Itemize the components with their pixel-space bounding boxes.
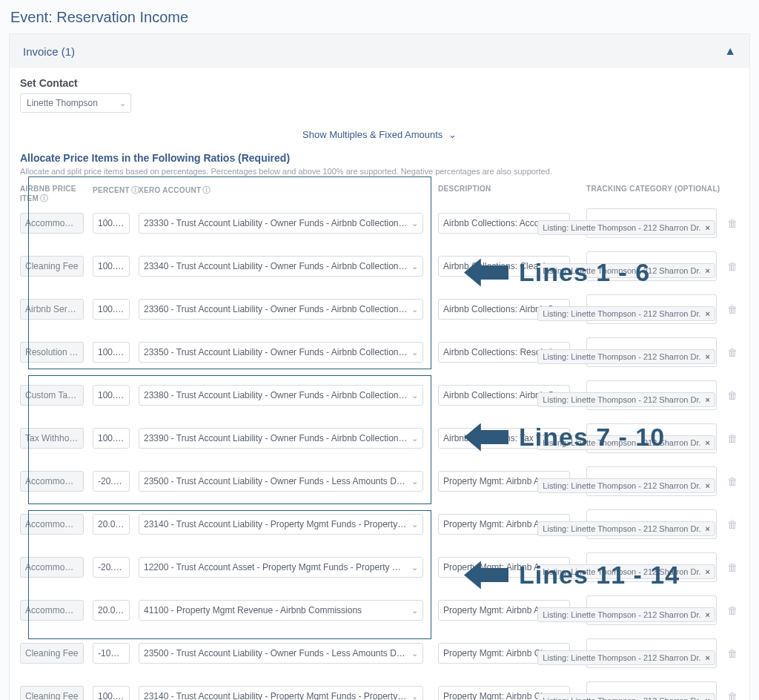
chevron-down-icon: ⌄ <box>411 477 418 486</box>
remove-tag-icon[interactable]: × <box>706 395 710 404</box>
invoice-panel-header[interactable]: Invoice (1) ▲ <box>10 34 749 68</box>
trash-icon[interactable]: 🗑 <box>727 690 738 700</box>
trash-icon[interactable]: 🗑 <box>727 604 738 616</box>
price-item-field: Cleaning Fee <box>20 643 84 664</box>
percent-input[interactable]: 100.00% <box>93 385 130 406</box>
trash-icon[interactable]: 🗑 <box>727 260 738 272</box>
remove-tag-icon[interactable]: × <box>706 524 710 533</box>
chevron-up-icon: ▲ <box>724 44 736 58</box>
xero-account-select[interactable]: 23340 - Trust Account Liability - Owner … <box>139 256 423 277</box>
trash-icon[interactable]: 🗑 <box>727 647 738 659</box>
percent-input[interactable]: 20.00 % <box>93 514 130 535</box>
invoice-panel: Invoice (1) ▲ Set Contact Linette Thomps… <box>9 33 750 700</box>
trash-icon[interactable]: 🗑 <box>727 561 738 573</box>
allocation-row: Accommodation100.00%23330 - Trust Accoun… <box>20 208 739 238</box>
price-item-field: Airbnb Service Fee <box>20 299 84 320</box>
percent-input[interactable]: 20.00 % <box>93 600 130 621</box>
tracking-tag: Listing: Linette Thompson - 212 Sharron … <box>537 564 715 579</box>
allocation-row: Custom Taxes100.00%23380 - Trust Account… <box>20 380 739 410</box>
allocation-row: Tax Withholding100.00%23390 - Trust Acco… <box>20 423 739 453</box>
percent-input[interactable]: 100.00% <box>93 342 130 363</box>
price-item-field: Accommodation <box>20 514 84 535</box>
show-multiples-link[interactable]: Show Multiples & Fixed Amounts ⌄ <box>20 129 739 140</box>
help-icon[interactable]: ⓘ <box>202 185 211 194</box>
allocate-hint: Allocate and split price items based on … <box>20 167 739 176</box>
percent-input[interactable]: -100.00% <box>93 643 130 664</box>
remove-tag-icon[interactable]: × <box>706 696 710 700</box>
trash-icon[interactable]: 🗑 <box>727 346 738 358</box>
event-title: Event: Reservation Income <box>10 9 750 26</box>
allocation-row: Airbnb Service Fee100.00%23360 - Trust A… <box>20 294 739 324</box>
tracking-tag: Listing: Linette Thompson - 212 Sharron … <box>537 478 715 493</box>
tracking-tag: Listing: Linette Thompson - 212 Sharron … <box>537 392 715 407</box>
remove-tag-icon[interactable]: × <box>706 567 710 576</box>
allocation-row: Accommodation-20.00%12200 - Trust Accoun… <box>20 552 739 582</box>
remove-tag-icon[interactable]: × <box>706 481 710 490</box>
percent-input[interactable]: 100.00% <box>93 299 130 320</box>
contact-select[interactable]: Linette Thompson ⌄ <box>20 93 131 113</box>
remove-tag-icon[interactable]: × <box>706 266 710 275</box>
xero-account-select[interactable]: 23500 - Trust Account Liability - Owner … <box>139 471 423 492</box>
trash-icon[interactable]: 🗑 <box>727 432 738 444</box>
price-item-field: Cleaning Fee <box>20 256 84 277</box>
remove-tag-icon[interactable]: × <box>706 223 710 232</box>
chevron-down-icon: ⌄ <box>411 434 418 443</box>
tracking-tag: Listing: Linette Thompson - 212 Sharron … <box>537 349 715 364</box>
chevron-down-icon: ⌄ <box>411 305 418 314</box>
allocate-title: Allocate Price Items in the Following Ra… <box>20 152 739 164</box>
tracking-tag: Listing: Linette Thompson - 212 Sharron … <box>537 607 715 622</box>
allocation-row: Accommodation20.00 %41100 - Property Mgm… <box>20 595 739 625</box>
show-multiples-label: Show Multiples & Fixed Amounts <box>302 129 443 140</box>
trash-icon[interactable]: 🗑 <box>727 518 738 530</box>
price-item-field: Accommodation <box>20 471 84 492</box>
remove-tag-icon[interactable]: × <box>706 610 710 619</box>
trash-icon[interactable]: 🗑 <box>727 475 738 487</box>
trash-icon[interactable]: 🗑 <box>727 389 738 401</box>
xero-account-select[interactable]: 12200 - Trust Account Asset - Property M… <box>139 557 423 578</box>
remove-tag-icon[interactable]: × <box>706 309 710 318</box>
chevron-down-icon: ⌄ <box>411 563 418 572</box>
header-xero: XERO ACCOUNT <box>139 186 201 194</box>
price-item-field: Resolution Adjustment <box>20 342 84 363</box>
tracking-tag: Listing: Linette Thompson - 212 Sharron … <box>537 521 715 536</box>
tracking-tag: Listing: Linette Thompson - 212 Sharron … <box>537 693 715 700</box>
xero-account-select[interactable]: 41100 - Property Mgmt Revenue - Airbnb C… <box>139 600 423 621</box>
percent-input[interactable]: -20.00% <box>93 471 130 492</box>
tracking-tag: Listing: Linette Thompson - 212 Sharron … <box>537 220 715 235</box>
price-item-field: Accommodation <box>20 213 84 234</box>
trash-icon[interactable]: 🗑 <box>727 217 738 229</box>
percent-input[interactable]: 100.00% <box>93 428 130 449</box>
xero-account-select[interactable]: 23380 - Trust Account Liability - Owner … <box>139 385 423 406</box>
contact-value: Linette Thompson <box>27 98 98 108</box>
allocation-row: Cleaning Fee100.00%23340 - Trust Account… <box>20 251 739 281</box>
xero-account-select[interactable]: 23140 - Trust Account Liability - Proper… <box>139 686 423 700</box>
xero-account-select[interactable]: 23500 - Trust Account Liability - Owner … <box>139 643 423 664</box>
allocation-row: Accommodation20.00 %23140 - Trust Accoun… <box>20 509 739 539</box>
remove-tag-icon[interactable]: × <box>706 438 710 447</box>
trash-icon[interactable]: 🗑 <box>727 303 738 315</box>
tracking-tag: Listing: Linette Thompson - 212 Sharron … <box>537 306 715 321</box>
xero-account-select[interactable]: 23140 - Trust Account Liability - Proper… <box>139 514 423 535</box>
xero-account-select[interactable]: 23330 - Trust Account Liability - Owner … <box>139 213 423 234</box>
price-item-field: Custom Taxes <box>20 385 84 406</box>
header-description: DESCRIPTION <box>438 185 491 193</box>
xero-account-select[interactable]: 23390 - Trust Account Liability - Owner … <box>139 428 423 449</box>
chevron-down-icon: ⌄ <box>411 219 418 228</box>
help-icon[interactable]: ⓘ <box>40 194 48 202</box>
percent-input[interactable]: 100.00% <box>93 256 130 277</box>
chevron-down-icon: ⌄ <box>411 692 418 701</box>
allocation-row: Cleaning Fee100.00%23140 - Trust Account… <box>20 681 739 700</box>
xero-account-select[interactable]: 23360 - Trust Account Liability - Owner … <box>139 299 423 320</box>
percent-input[interactable]: 100.00% <box>93 213 130 234</box>
xero-account-select[interactable]: 23350 - Trust Account Liability - Owner … <box>139 342 423 363</box>
percent-input[interactable]: -20.00% <box>93 557 130 578</box>
price-item-field: Accommodation <box>20 557 84 578</box>
remove-tag-icon[interactable]: × <box>706 653 710 662</box>
allocation-row: Cleaning Fee-100.00%23500 - Trust Accoun… <box>20 638 739 668</box>
remove-tag-icon[interactable]: × <box>706 352 710 361</box>
percent-input[interactable]: 100.00% <box>93 686 130 700</box>
header-tracking: TRACKING CATEGORY (OPTIONAL) <box>586 185 720 193</box>
chevron-down-icon: ⌄ <box>411 606 418 615</box>
chevron-down-icon: ⌄ <box>411 391 418 400</box>
allocation-row: Accommodation-20.00%23500 - Trust Accoun… <box>20 466 739 496</box>
